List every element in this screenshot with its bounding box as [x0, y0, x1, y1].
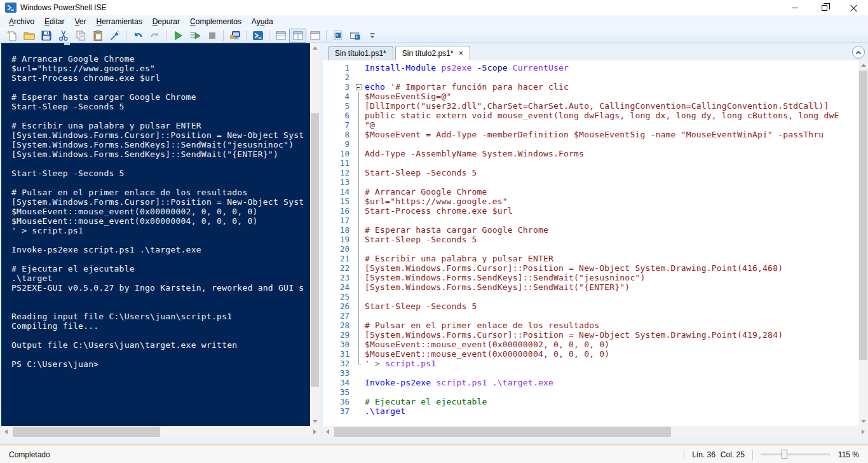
- console-output[interactable]: # Arrancar Google Chrome$url="https://ww…: [1, 43, 310, 426]
- fold-gutter: [355, 111, 365, 120]
- stop-operation-button[interactable]: [203, 29, 220, 43]
- scrollbar-thumb[interactable]: [311, 113, 319, 387]
- fold-gutter: [355, 216, 365, 225]
- scroll-up-icon[interactable]: [858, 60, 868, 70]
- console-horizontal-scrollbar[interactable]: [1, 426, 320, 438]
- fold-gutter: [355, 120, 365, 130]
- zoom-level: 115 %: [838, 450, 859, 459]
- zoom-slider-thumb[interactable]: [782, 450, 787, 459]
- console-line: $MouseEvent::mouse_event(0x00000004, 0, …: [11, 216, 310, 226]
- editor-vertical-scrollbar[interactable]: [858, 60, 868, 426]
- code-text: [365, 292, 370, 301]
- console-line: # Ejecutar el ejecutable: [11, 264, 310, 273]
- open-folder-icon: [24, 30, 35, 41]
- console-tab-button[interactable]: [329, 29, 346, 43]
- line-number: 22: [323, 263, 355, 273]
- menu-complementos[interactable]: Complementos: [185, 16, 247, 27]
- editor-line: 26Start-Sleep -Seconds 5: [323, 301, 858, 311]
- code-text: $MouseEventSig=@": [365, 92, 451, 101]
- editor-horizontal-scrollbar[interactable]: [323, 426, 868, 438]
- line-number: 21: [323, 254, 355, 263]
- line-number: 30: [323, 340, 355, 349]
- scroll-right-icon[interactable]: [858, 426, 868, 438]
- editor-line: 23[System.Windows.Forms.SendKeys]::SendW…: [323, 273, 858, 282]
- console-line: # Pulsar en el primer enlace de los resu…: [11, 188, 310, 197]
- script-window-button[interactable]: [346, 29, 363, 43]
- collapse-script-pane-button[interactable]: [852, 46, 865, 59]
- menu-editar[interactable]: Editar: [39, 16, 69, 27]
- menu-archivo[interactable]: Archivo: [4, 16, 39, 27]
- show-script-pane-maximized-button[interactable]: [306, 29, 323, 43]
- clipped-text-fragment: [64, 43, 70, 45]
- code-text: Start-Sleep -Seconds 5: [365, 301, 477, 311]
- run-script-button[interactable]: [169, 29, 186, 43]
- code-text: # Esperar hasta cargar Google Chrome: [365, 225, 548, 235]
- window-title: Windows PowerShell ISE: [20, 3, 106, 12]
- redo-button[interactable]: [146, 29, 163, 43]
- fold-gutter: [355, 177, 365, 187]
- close-tab-icon[interactable]: ×: [458, 50, 463, 57]
- scroll-down-icon[interactable]: [858, 417, 868, 426]
- console-line: # Arrancar Google Chrome: [11, 54, 310, 64]
- scroll-left-icon[interactable]: [323, 426, 332, 438]
- line-number: 2: [323, 73, 355, 82]
- code-text: Install-Module ps2exe -Scope CurrentUser: [365, 63, 569, 73]
- redo-icon: [149, 30, 161, 41]
- menu-ayuda[interactable]: Ayuda: [247, 16, 278, 27]
- console-line: [11, 178, 310, 188]
- script-tab-1[interactable]: Sin título1.ps1*: [328, 46, 393, 60]
- cut-button[interactable]: [55, 29, 72, 43]
- code-editor[interactable]: 1Install-Module ps2exe -Scope CurrentUse…: [323, 60, 858, 426]
- scrollbar-thumb[interactable]: [859, 71, 867, 360]
- fold-gutter: [355, 359, 365, 368]
- start-powershell-button[interactable]: [249, 29, 266, 43]
- save-button[interactable]: [37, 29, 55, 43]
- toolbar-overflow-button[interactable]: [363, 29, 381, 43]
- scroll-down-icon[interactable]: [310, 417, 320, 426]
- menu-ver[interactable]: Ver: [69, 16, 91, 27]
- menu-depurar[interactable]: Depurar: [147, 16, 185, 27]
- show-script-pane-right-button[interactable]: [289, 29, 306, 43]
- fold-gutter: [355, 101, 365, 111]
- line-number: 18: [323, 225, 355, 235]
- editor-line: 19Start-Sleep -Seconds 5: [323, 235, 858, 244]
- separator: [684, 450, 684, 460]
- close-button[interactable]: [839, 0, 868, 15]
- copy-button[interactable]: [72, 29, 89, 43]
- line-number: 6: [323, 111, 355, 120]
- console-vertical-scrollbar[interactable]: [310, 43, 320, 426]
- new-script-button[interactable]: [3, 29, 20, 43]
- restore-button[interactable]: [810, 0, 839, 15]
- paste-button[interactable]: [89, 29, 106, 43]
- line-number: 33: [323, 368, 355, 378]
- scroll-up-icon[interactable]: [310, 43, 320, 53]
- clear-console-button[interactable]: [106, 29, 123, 43]
- line-number: 32: [323, 359, 355, 368]
- fold-gutter: [355, 139, 365, 149]
- fold-gutter: [355, 206, 365, 216]
- scroll-left-icon[interactable]: [1, 426, 11, 438]
- script-tab-2[interactable]: Sin título2.ps1*×: [395, 46, 470, 60]
- scrollbar-thumb[interactable]: [334, 427, 671, 437]
- open-script-button[interactable]: [20, 29, 37, 43]
- code-text: [System.Windows.Forms.Cursor]::Position …: [365, 330, 783, 340]
- line-number: 17: [323, 216, 355, 225]
- editor-line: 24[System.Windows.Forms.SendKeys]::SendW…: [323, 282, 858, 292]
- scroll-right-icon[interactable]: [310, 426, 320, 438]
- console-line: [System.Windows.Forms.Cursor]::Position …: [11, 130, 310, 140]
- console-line: [11, 111, 310, 121]
- scrollbar-thumb[interactable]: [13, 427, 160, 437]
- undo-button[interactable]: [129, 29, 146, 43]
- editor-line: 29[System.Windows.Forms.Cursor]::Positio…: [323, 330, 858, 340]
- minimize-button[interactable]: [780, 0, 810, 15]
- editor-line: 34Invoke-ps2exe script.ps1 .\target.exe: [323, 378, 858, 387]
- zoom-slider[interactable]: [761, 453, 831, 455]
- editor-line: 31$MouseEvent::mouse_event(0x00000004, 0…: [323, 349, 858, 359]
- toolbar-separator: [246, 30, 247, 41]
- run-selection-button[interactable]: [186, 29, 203, 43]
- show-script-pane-top-button[interactable]: [272, 29, 289, 43]
- console-line: [System.Windows.Forms.SendKeys]::SendWai…: [11, 149, 310, 159]
- menu-herramientas[interactable]: Herramientas: [92, 16, 147, 27]
- fold-collapse-icon[interactable]: [355, 82, 365, 92]
- new-remote-powershell-tab-button[interactable]: [226, 29, 243, 43]
